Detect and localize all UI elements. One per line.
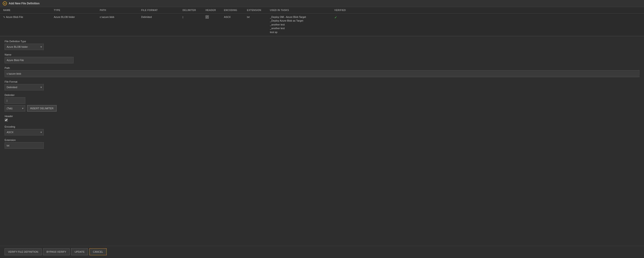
form-section: File Definition Type Azure BLOB folder L… (0, 36, 644, 246)
cell-path: c:\azure blob (99, 15, 140, 19)
col-header-extension: EXTENSION (246, 8, 269, 12)
header-label: Header (4, 115, 640, 118)
verify-file-definition-button[interactable]: VERIFY FILE DEFINITION (4, 248, 42, 255)
file-format-label: File Format (4, 80, 640, 83)
name-label: Name (4, 53, 640, 56)
path-input-wrapper (4, 70, 640, 77)
main-layout: NAME TYPE PATH FILE FORMAT DELIMITER HEA… (0, 7, 644, 258)
cell-type: Azure BLOB folder (53, 15, 99, 19)
col-header-used-in-tasks: USED IN TASKS (269, 8, 334, 12)
delimiter-row: {Tab} {Comma} {Pipe} {Semicolon} ▼ INSER… (4, 105, 640, 112)
extension-label: Extension (4, 139, 640, 141)
verified-checkmark: ✓ (334, 16, 337, 19)
file-format-select[interactable]: Delimited Fixed Width JSON XML (4, 84, 44, 90)
file-definition-type-select[interactable]: Azure BLOB folder Local folder FTP folde… (4, 44, 44, 50)
col-header-verified: VERIFIED (334, 8, 352, 12)
col-header-name: NAME (2, 8, 53, 12)
cell-extension: txt (246, 15, 269, 19)
col-header-file-format: FILE FORMAT (140, 8, 182, 12)
bottom-bar: VERIFY FILE DEFINITION BYPASS VERIFY UPD… (0, 246, 644, 258)
encoding-group: Encoding ASCII UTF-8 UTF-16 ISO-8859-1 ▼ (4, 125, 640, 135)
encoding-select[interactable]: ASCII UTF-8 UTF-16 ISO-8859-1 (4, 129, 44, 135)
cell-header: ✓ (205, 15, 223, 19)
delimiter-input[interactable] (4, 97, 25, 104)
encoding-label: Encoding (4, 125, 640, 128)
update-button[interactable]: UPDATE (71, 248, 88, 255)
name-input[interactable] (4, 57, 74, 63)
extension-group: Extension (4, 139, 640, 149)
header-bar: + Add New File Definition (0, 0, 644, 7)
header-checkbox-display: ✓ (206, 15, 209, 19)
delimiter-tab-wrapper: {Tab} {Comma} {Pipe} {Semicolon} ▼ (4, 105, 25, 112)
header-checkbox-input[interactable] (4, 119, 8, 122)
file-format-group: File Format Delimited Fixed Width JSON X… (4, 80, 640, 90)
delimiter-tab-select[interactable]: {Tab} {Comma} {Pipe} {Semicolon} (4, 105, 25, 112)
delimiter-group: Delimiter {Tab} {Comma} {Pipe} {Semicolo… (4, 94, 640, 112)
col-header-delimiter: DELIMITER (182, 8, 205, 12)
col-header-path: PATH (99, 8, 140, 12)
col-header-type: TYPE (53, 8, 99, 12)
delimiter-label: Delimiter (4, 94, 640, 96)
path-label: Path (4, 67, 640, 69)
table-section: NAME TYPE PATH FILE FORMAT DELIMITER HEA… (0, 7, 644, 36)
cell-encoding: ASCII (223, 15, 246, 19)
col-header-header: HEADER (205, 8, 223, 12)
extension-input[interactable] (4, 142, 44, 149)
table-row: ✎ Azure Blob File Azure BLOB folder c:\a… (0, 13, 644, 36)
path-group: Path (4, 67, 640, 77)
file-definition-type-label: File Definition Type (4, 40, 640, 43)
bypass-verify-button[interactable]: BYPASS VERIFY (43, 248, 70, 255)
path-input[interactable] (5, 70, 639, 77)
add-icon: + (3, 1, 7, 5)
file-format-wrapper: Delimited Fixed Width JSON XML ▼ (4, 84, 44, 90)
file-definition-type-wrapper: Azure BLOB folder Local folder FTP folde… (4, 44, 44, 50)
edit-icon[interactable]: ✎ (3, 16, 5, 19)
file-definition-type-group: File Definition Type Azure BLOB folder L… (4, 40, 640, 50)
cell-file-format: Delimited (140, 15, 182, 19)
header-group: Header (4, 115, 640, 122)
page-title: Add New File Definition (9, 2, 40, 5)
table-header: NAME TYPE PATH FILE FORMAT DELIMITER HEA… (0, 7, 644, 13)
name-group: Name (4, 53, 640, 63)
encoding-wrapper: ASCII UTF-8 UTF-16 ISO-8859-1 ▼ (4, 129, 44, 135)
col-header-encoding: ENCODING (223, 8, 246, 12)
cell-name: ✎ Azure Blob File (2, 15, 53, 19)
insert-delimiter-button[interactable]: INSERT DELIMITER (27, 105, 56, 112)
cell-delimiter: | (182, 15, 205, 19)
cell-verified: ✓ (334, 15, 352, 20)
cell-used-in-tasks: _Deploy DM - Azure Blob Target _Deploy A… (269, 15, 334, 34)
cancel-button[interactable]: CANCEL (90, 248, 107, 255)
